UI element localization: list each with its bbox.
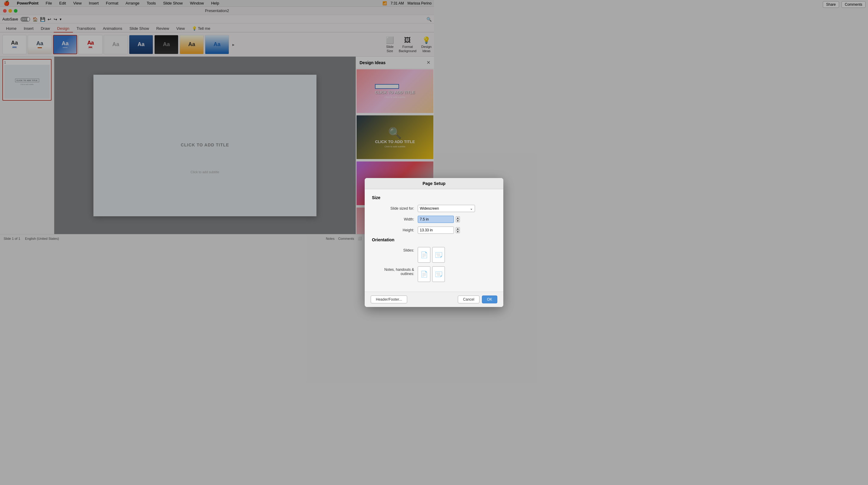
page-setup-modal: Page Setup Size Slide sized for: Widescr… [365,178,434,243]
width-row: Width: ▲ ▼ [372,216,434,223]
height-label: Height: [372,228,414,232]
slide-sized-for-value: Widescreen [420,206,434,211]
orientation-section-title: Orientation [372,237,434,242]
modal-title: Page Setup [365,178,434,189]
slide-sized-for-control: Widescreen ⌄ [418,205,434,212]
modal-overlay: Page Setup Size Slide sized for: Widescr… [0,0,434,243]
slide-sized-for-row: Slide sized for: Widescreen ⌄ [372,205,434,212]
slide-sized-for-select-wrap: Widescreen ⌄ [418,205,434,212]
width-label: Width: [372,217,414,221]
height-row: Height: ▲ ▼ [372,227,434,234]
size-section-title: Size [372,195,434,200]
height-control: ▲ ▼ [418,227,434,234]
slide-sized-for-select[interactable]: Widescreen ⌄ [418,205,434,212]
width-control: ▲ ▼ [418,216,434,223]
height-input[interactable] [418,227,434,234]
slide-sized-for-label: Slide sized for: [372,206,414,211]
width-input[interactable] [418,216,434,223]
modal-body: Size Slide sized for: Widescreen ⌄ Width… [365,189,434,243]
